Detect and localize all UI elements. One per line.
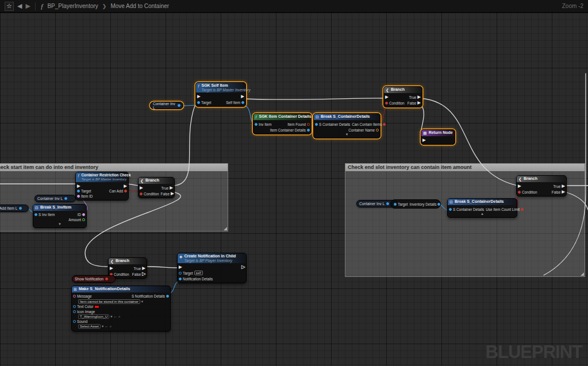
exec-in-pin[interactable]: ▶: [77, 184, 80, 188]
node-branch-right[interactable]: ❮ Branch ▶ True▶ Condition False▶: [516, 175, 567, 197]
exec-in-pin[interactable]: ▶: [385, 95, 389, 99]
node-break-s-invitem[interactable]: ⊟ Break S_InvItem S Inv Item ID Amount ▼: [33, 204, 87, 228]
exec-out-pin[interactable]: ▶: [124, 184, 127, 188]
favorite-star-icon[interactable]: ☆: [5, 2, 14, 11]
node-header[interactable]: ⊟ Break S_ContainerDetails: [314, 114, 380, 120]
node-branch-top[interactable]: ❮ Branch ▶ True▶ Condition False▶: [383, 86, 422, 107]
output-pin[interactable]: [64, 197, 67, 200]
graph-canvas[interactable]: BLUEPRINT Check start item can do into e…: [0, 13, 588, 366]
item-found-pin[interactable]: [307, 123, 310, 126]
output-pin[interactable]: [178, 104, 180, 107]
exec-in-pin[interactable]: ▶: [197, 94, 201, 99]
s-inv-item-pin[interactable]: [34, 213, 37, 216]
back-arrow-icon[interactable]: ◀: [17, 2, 22, 10]
comment-title[interactable]: Check start item can do into end invento…: [0, 164, 228, 171]
node-sgk-self-item[interactable]: ƒ SGK Self Item Target is BP Master Inve…: [195, 82, 246, 107]
node-header[interactable]: ƒ SGK Self Item Target is BP Master Inve…: [196, 83, 245, 93]
expand-more-icon[interactable]: ▼: [34, 222, 85, 226]
use-selected-icon[interactable]: ←: [113, 314, 117, 319]
node-make-s-notificationdetails[interactable]: ⊞ Make S_NotificationDetails Message S N…: [71, 286, 171, 332]
s-notification-details-pin[interactable]: [166, 295, 169, 298]
output-pin[interactable]: [386, 202, 389, 205]
can-contain-items-pin[interactable]: [383, 123, 386, 126]
dropdown-arrow-icon[interactable]: ▾: [141, 299, 143, 304]
exec-in-pin[interactable]: ▶: [179, 265, 182, 269]
text-color-pin[interactable]: [73, 305, 76, 308]
false-exec-pin[interactable]: ▶: [417, 101, 421, 105]
node-header[interactable]: ❮ Branch: [109, 258, 147, 264]
comment-title[interactable]: Check end slot inventory can contain ite…: [345, 164, 585, 171]
icon-image-pin[interactable]: [73, 310, 76, 313]
node-header[interactable]: ⊟ Break S_InvItem: [33, 205, 86, 211]
node-create-notification-in-child[interactable]: ◈ Create Notification in Child Target is…: [177, 253, 247, 283]
amount-pin[interactable]: [82, 218, 85, 221]
forward-arrow-icon[interactable]: ▶: [25, 2, 30, 10]
true-exec-pin[interactable]: ▶: [142, 266, 145, 271]
exec-out-pin[interactable]: ▶: [241, 265, 245, 269]
use-item-count-limit-pin[interactable]: [521, 208, 524, 211]
node-sgk-item-container-details[interactable]: ƒ SGK Item Container Details Inv Item It…: [253, 113, 312, 134]
true-exec-pin[interactable]: ▶: [417, 95, 421, 99]
false-exec-pin[interactable]: ▶: [142, 272, 145, 276]
true-exec-pin[interactable]: ▶: [562, 184, 565, 188]
node-header[interactable]: ❮ Branch: [384, 87, 422, 93]
variable-get-container-inv-left[interactable]: Container Inv L: [34, 195, 76, 202]
exec-in-pin[interactable]: ▶: [140, 186, 143, 190]
inv-item-pin[interactable]: [255, 123, 258, 126]
node-header[interactable]: ⊞ Make S_NotificationDetails: [72, 286, 170, 292]
target-pin[interactable]: [197, 101, 200, 104]
use-selected-icon[interactable]: ←: [105, 324, 109, 329]
false-exec-pin[interactable]: ▶: [562, 190, 565, 194]
condition-pin[interactable]: [385, 102, 388, 105]
condition-pin[interactable]: [518, 191, 521, 194]
false-exec-pin[interactable]: ▶: [171, 191, 174, 196]
s-container-details-pin[interactable]: [315, 123, 318, 126]
breadcrumb-root[interactable]: BP_PlayerInventory: [47, 3, 98, 9]
s-container-details-pin[interactable]: [449, 208, 452, 211]
node-header[interactable]: ƒ Container Restriction Check Target is …: [76, 172, 128, 182]
message-pin[interactable]: [73, 295, 76, 298]
container-name-pin[interactable]: [376, 129, 379, 132]
target-pin[interactable]: [179, 272, 182, 275]
browse-asset-icon[interactable]: ⌕: [118, 314, 121, 319]
item-container-details-pin[interactable]: [307, 129, 310, 132]
inventory-details-pin[interactable]: [437, 203, 440, 206]
exec-in-pin[interactable]: ▶: [422, 138, 426, 142]
browse-asset-icon[interactable]: ⌕: [110, 324, 112, 329]
condition-pin[interactable]: [140, 192, 143, 195]
message-input[interactable]: Item cannot be stored in this container: [78, 299, 140, 304]
variable-get-show-notification[interactable]: Show Notification: [72, 275, 116, 283]
sound-pin[interactable]: [73, 320, 76, 323]
text-color-swatch[interactable]: [94, 305, 99, 309]
exec-out-pin[interactable]: ▶: [241, 94, 244, 99]
target-pin[interactable]: [394, 203, 397, 206]
can-add-pin[interactable]: [124, 190, 127, 192]
breadcrumb-current[interactable]: Move Add to Container: [110, 3, 169, 9]
expand-less-icon[interactable]: ▲: [449, 212, 516, 216]
exec-in-pin[interactable]: ▶: [110, 266, 113, 271]
node-header[interactable]: ◈ Create Notification in Child Target is…: [178, 253, 246, 263]
target-pin[interactable]: [77, 190, 80, 192]
dropdown-arrow-icon[interactable]: ▾: [102, 324, 103, 329]
true-exec-pin[interactable]: ▶: [170, 186, 173, 190]
notification-details-pin[interactable]: [179, 278, 182, 280]
variable-get-add-item[interactable]: Add Item L: [0, 205, 29, 212]
expand-more-icon[interactable]: ▼: [315, 133, 379, 137]
icon-image-dropdown[interactable]: T_WarningIcon_U: [78, 314, 109, 319]
node-break-s-containerdetails-top[interactable]: ⊟ Break S_ContainerDetails S Container D…: [313, 113, 381, 138]
node-branch-left[interactable]: ❮ Branch ▶ True▶ Condition False▶: [138, 177, 175, 198]
node-header[interactable]: ƒ SGK Item Container Details: [253, 114, 311, 120]
exec-in-pin[interactable]: ▶: [518, 184, 521, 188]
node-header[interactable]: ❮ Branch: [517, 176, 566, 182]
node-header[interactable]: ❮ Branch: [139, 178, 174, 184]
id-pin[interactable]: [82, 213, 85, 216]
output-pin[interactable]: [19, 207, 22, 210]
node-return[interactable]: ▦ Return Node ▶: [421, 129, 455, 145]
node-get-inventory-details-compact[interactable]: Target Inventory Details: [390, 199, 441, 209]
variable-get-container-inv-top[interactable]: Container Inv L: [150, 102, 183, 109]
node-header[interactable]: ▦ Return Node: [421, 130, 455, 136]
item-id-pin[interactable]: [77, 195, 80, 198]
output-pin[interactable]: [105, 278, 108, 280]
self-item-pin[interactable]: [241, 101, 244, 104]
node-header[interactable]: ⊟ Break S_ContainerDetails: [448, 199, 517, 205]
